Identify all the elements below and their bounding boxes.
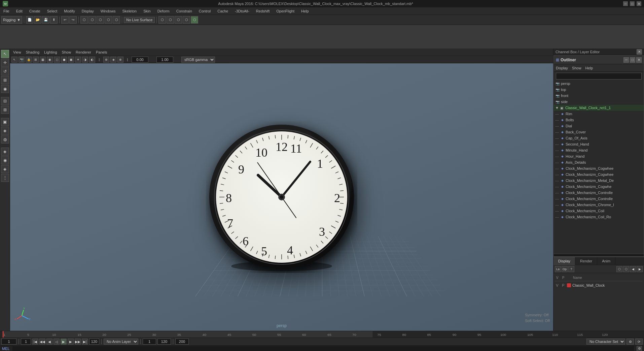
menu-redshift[interactable]: Redshift (255, 8, 271, 14)
vp-ao-btn[interactable]: ◐ (89, 57, 95, 63)
step-forward-button[interactable]: ▶▶ (75, 339, 81, 345)
render-view-tool[interactable]: ▣ (1, 118, 9, 126)
menu-cache[interactable]: Cache (216, 8, 229, 14)
viewport-canvas[interactable]: 12 1 2 3 4 5 6 7 8 9 10 11 (10, 63, 553, 331)
next-frame-button[interactable]: ▶ (68, 339, 74, 345)
transform-button[interactable]: ⬡ (105, 16, 112, 24)
select-tool-button[interactable]: ⬡ (80, 16, 88, 24)
nparticle-tool[interactable]: ◈ (1, 165, 9, 173)
workspace-dropdown[interactable]: Rigging ▼ (1, 16, 22, 24)
vp-cam-btn[interactable]: 📷 (19, 57, 25, 63)
go-end-button[interactable]: ▶| (82, 339, 88, 345)
outliner-item-controlle2[interactable]: — ◈ Clock_Mechanizm_Controlle (554, 196, 644, 202)
outliner-item-clock-group[interactable]: ▼ ▣ Classic_Wall_Clock_nct1_1 (554, 105, 644, 111)
menu-deform[interactable]: Deform (156, 8, 171, 14)
max-end-input[interactable] (175, 339, 189, 345)
render-settings-button[interactable]: ⬡ (158, 16, 166, 24)
step-back-button[interactable]: ◀◀ (39, 339, 45, 345)
outliner-hscroll[interactable] (554, 254, 644, 256)
outliner-item-coil-ro[interactable]: — ◈ Clock_Mechanizm_Coil_Ro (554, 214, 644, 220)
menu-windows[interactable]: Windows (99, 8, 117, 14)
outliner-item-coil[interactable]: — ◈ Clock_Mechanizm_Coil (554, 208, 644, 214)
far-clip-input[interactable]: 1.00 (156, 57, 173, 63)
outliner-maximize-button[interactable]: □ (630, 57, 635, 63)
outliner-item-side[interactable]: 📷 side (554, 99, 644, 105)
char-set-select[interactable]: No Character Set (586, 339, 625, 345)
outliner-item-persp[interactable]: 📷 persp (554, 81, 644, 87)
outliner-item-rim[interactable]: — ◈ Rim (554, 111, 644, 117)
redo-button[interactable]: ↪ (69, 16, 77, 24)
close-button[interactable]: ✕ (637, 1, 641, 6)
menu-3dto[interactable]: -3DtoAll- (234, 8, 251, 14)
render-cam-button[interactable]: ⬡ (191, 16, 198, 24)
outliner-item-metal-de[interactable]: — ◈ Clock_Mechanizm_Metal_De (554, 178, 644, 184)
near-clip-input[interactable]: 0.00 (132, 57, 148, 63)
outliner-item-dial[interactable]: — ◈ Dial (554, 123, 644, 129)
menu-constrain[interactable]: Constrain (175, 8, 193, 14)
channel-new-layer-btn[interactable]: ⬡ (616, 266, 622, 272)
menu-skin[interactable]: Skin (142, 8, 152, 14)
outliner-tool[interactable]: ⊟ (1, 97, 9, 105)
paint-tool[interactable]: ◍ (1, 135, 9, 143)
mel-input[interactable] (12, 346, 634, 351)
channel-layer-prev-btn[interactable]: ◀ (630, 266, 636, 272)
vp-wire-btn[interactable]: ◻ (54, 57, 60, 63)
save-scene-button[interactable]: 💾 (42, 16, 49, 24)
outliner-item-second-hand[interactable]: — ◈ Second_Hand (554, 141, 644, 147)
play-back-button[interactable]: ◁ (53, 339, 60, 345)
outliner-item-axis-details[interactable]: — ◈ Axis_Details (554, 159, 644, 165)
vp-menu-shading[interactable]: Shading (25, 50, 40, 55)
outliner-item-bolts[interactable]: — ◈ Bolts (554, 117, 644, 123)
import-button[interactable]: ⬆ (50, 16, 58, 24)
menu-help[interactable]: Help (300, 8, 310, 14)
vp-snap3[interactable]: ⊗ (117, 57, 123, 63)
gamma-select[interactable]: sRGB gamma (181, 57, 215, 63)
outliner-item-cap-of-axis[interactable]: — ◈ Cap_Of_Axis (554, 135, 644, 141)
channel-layer-settings-btn[interactable]: ⬡ (623, 266, 629, 272)
outliner-item-minute-hand[interactable]: — ◈ Minute_Hand (554, 147, 644, 153)
vp-menu-show[interactable]: Show (61, 50, 72, 55)
outliner-minimize-button[interactable]: ─ (623, 57, 629, 63)
menu-modify[interactable]: Modify (63, 8, 76, 14)
graph-tool[interactable]: ⊞ (1, 106, 9, 114)
outliner-item-front[interactable]: 📷 front (554, 93, 644, 99)
outliner-item-back-cover[interactable]: — ◈ Back_Cover (554, 129, 644, 135)
outliner-menu-help[interactable]: Help (585, 66, 593, 70)
vp-frame-btn[interactable]: ⊞ (33, 57, 39, 63)
cloth-tool[interactable]: ◈ (1, 148, 9, 156)
menu-select[interactable]: Select (46, 8, 59, 14)
new-scene-button[interactable]: 📄 (26, 16, 33, 24)
outliner-menu-show[interactable]: Show (572, 66, 581, 70)
minimize-button[interactable]: ─ (623, 1, 628, 6)
anim-end-input[interactable] (157, 339, 171, 345)
channel-layers-btn[interactable]: La (555, 266, 561, 272)
mel-label[interactable]: MEL (2, 347, 10, 351)
open-scene-button[interactable]: 📂 (34, 16, 41, 24)
lasso-button[interactable]: ⬡ (88, 16, 96, 24)
vp-lock-btn[interactable]: 🔒 (26, 57, 32, 63)
soft-mod-tool[interactable]: ◉ (1, 85, 9, 93)
channel-help-btn[interactable]: ? (568, 266, 574, 272)
range-start-input[interactable] (21, 339, 31, 345)
menu-edit[interactable]: Edit (15, 8, 24, 14)
timeline-ruler[interactable]: 1 5 10 15 20 25 30 35 40 45 50 55 60 65 … (0, 331, 644, 338)
vp-smooth-btn[interactable]: ◉ (47, 57, 53, 63)
menu-file[interactable]: File (2, 8, 11, 14)
fluid-tool[interactable]: ◉ (1, 156, 9, 164)
prev-frame-button[interactable]: ◀ (46, 339, 52, 345)
vp-snap2[interactable]: ◈ (110, 57, 116, 63)
go-start-button[interactable]: |◀ (32, 339, 38, 345)
hypershade-tool[interactable]: ◈ (1, 127, 9, 135)
vp-snap1[interactable]: ⊕ (103, 57, 109, 63)
current-frame-input[interactable] (1, 339, 16, 345)
menu-skeleton[interactable]: Skeleton (121, 8, 138, 14)
outliner-item-cogwhee1[interactable]: — ◈ Clock_Mechanizm_Cogwhee (554, 165, 644, 171)
play-forward-button[interactable]: ▶ (61, 339, 67, 345)
channel-options-btn[interactable]: Op (562, 266, 568, 272)
outliner-item-controlle1[interactable]: — ◈ Clock_Mechanizm_Controlle (554, 190, 644, 196)
anim-start-input[interactable] (143, 339, 156, 345)
outliner-item-cogwhee2[interactable]: — ◈ Clock_Mechanizm_Cogwhee (554, 171, 644, 178)
anim-layer-select[interactable]: No Anim Layer (104, 339, 138, 345)
mel-settings-btn[interactable]: ⚙ (637, 346, 642, 351)
channel-box-close-button[interactable]: ✕ (637, 49, 642, 55)
